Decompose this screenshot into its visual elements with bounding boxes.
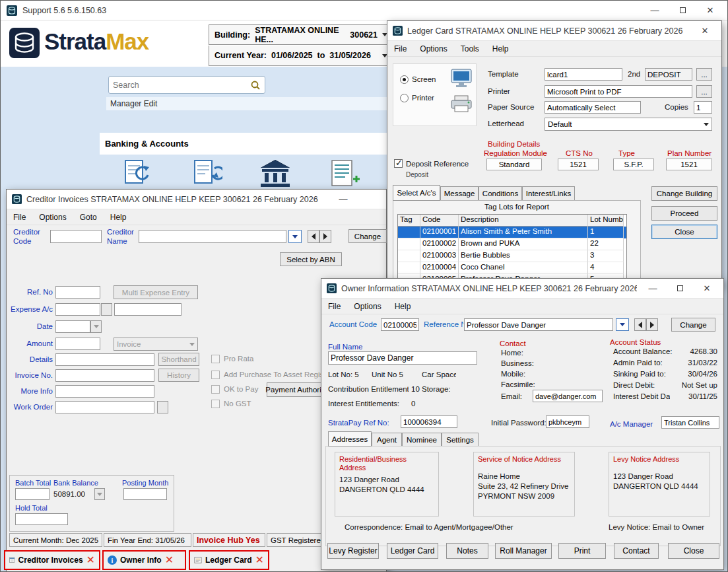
tab-message[interactable]: Message (440, 186, 479, 201)
email-input[interactable] (533, 390, 603, 402)
tab-agent[interactable]: Agent (372, 433, 402, 447)
menu-options[interactable]: Options (32, 213, 73, 222)
tab-addresses[interactable]: Addresses (328, 431, 372, 447)
date-dropdown-button[interactable] (90, 320, 102, 333)
prev-record-button[interactable] (634, 318, 646, 331)
ledger-list-icon[interactable] (329, 158, 361, 190)
search-icon[interactable] (250, 80, 261, 90)
ac-manager-input[interactable] (661, 416, 719, 429)
maximize-icon[interactable] (669, 281, 691, 297)
minimize-icon[interactable]: — (642, 281, 664, 297)
posting-month-input[interactable] (123, 488, 167, 500)
next-record-button[interactable] (319, 230, 331, 243)
template-browse-button[interactable]: ... (696, 68, 712, 81)
tab-interest-links[interactable]: Interest/Links (522, 186, 575, 201)
red-x-icon[interactable]: ✕ (165, 555, 174, 565)
creditor-dropdown-button[interactable] (288, 230, 302, 243)
roll-manager-button[interactable]: Roll Manager (495, 543, 552, 559)
batch-total-input[interactable] (15, 488, 50, 500)
tab-settings[interactable]: Settings (442, 433, 479, 447)
initial-password-input[interactable] (546, 415, 589, 428)
creditor-code-input[interactable] (50, 230, 102, 243)
creditor-name-input[interactable] (139, 230, 286, 243)
stratapay-ref-input[interactable] (401, 415, 457, 428)
work-order-lookup-button[interactable] (157, 401, 168, 413)
bank-balance-dropdown[interactable] (94, 488, 105, 500)
screen-radio[interactable] (400, 75, 409, 84)
levy-register-button[interactable]: Levy Register (327, 543, 379, 559)
letterhead-dropdown[interactable]: Default (545, 118, 712, 131)
payments-icon[interactable] (121, 158, 153, 190)
hold-total-input[interactable] (15, 513, 68, 525)
close-button[interactable]: Close (668, 543, 719, 559)
col-tag[interactable]: Tag (398, 215, 420, 227)
next-record-button[interactable] (646, 318, 658, 331)
close-icon[interactable]: ✕ (696, 281, 718, 297)
menu-options[interactable]: Options (413, 44, 453, 54)
search-input[interactable] (113, 81, 250, 90)
table-row[interactable]: 02100001 Alison Smith & Peter Smith 1 (398, 227, 626, 238)
expense-ac-input[interactable] (55, 303, 100, 316)
table-row[interactable]: 02100004 Coco Chanel 4 (398, 262, 626, 274)
printer-radio[interactable] (400, 94, 409, 102)
change-building-button[interactable]: Change Building (651, 186, 717, 201)
menu-goto[interactable]: Goto (73, 213, 104, 222)
expense-ac-lookup-button[interactable] (101, 303, 112, 316)
contact-button[interactable]: Contact (614, 543, 659, 559)
invoice-no-input[interactable] (55, 369, 154, 382)
account-code-input[interactable] (381, 318, 419, 331)
expense-ac-name-input[interactable] (114, 303, 182, 316)
close-icon[interactable]: ✕ (694, 23, 716, 39)
menu-file[interactable]: File (321, 302, 347, 311)
print-button[interactable]: Print (558, 543, 606, 559)
work-order-input[interactable] (55, 401, 154, 413)
col-code[interactable]: Code (420, 215, 459, 227)
copies-input[interactable] (694, 101, 712, 114)
tab-select-acs[interactable]: Select A/c's (393, 185, 440, 201)
paper-source-input[interactable] (545, 101, 641, 114)
more-info-input[interactable] (55, 385, 154, 398)
menu-file[interactable]: File (387, 44, 413, 54)
menu-tools[interactable]: Tools (454, 44, 486, 54)
menu-help[interactable]: Help (104, 213, 133, 222)
maximize-icon[interactable] (671, 3, 694, 18)
printer-input[interactable] (545, 85, 692, 98)
printer-browse-button[interactable]: ... (696, 85, 712, 98)
menu-file[interactable]: File (7, 213, 32, 222)
minimize-icon[interactable]: — (644, 3, 666, 18)
taskbar-owner-info[interactable]: i Owner Info ✕ (102, 550, 186, 570)
change-creditor-button[interactable]: Change (348, 229, 387, 243)
menu-options[interactable]: Options (347, 302, 387, 311)
amount-input[interactable] (55, 338, 100, 350)
full-name-input[interactable] (328, 351, 477, 365)
table-row[interactable]: 02100002 Brown and PUKA 22 (398, 238, 626, 250)
col-description[interactable]: Description (459, 215, 588, 227)
date-input[interactable] (55, 320, 90, 333)
close-icon[interactable]: ✕ (699, 3, 721, 18)
ref-no-input[interactable] (55, 286, 100, 299)
change-owner-button[interactable]: Change (671, 318, 715, 332)
building-selector[interactable]: Building: STRATAMAX ONLINE HE... 300621 (209, 24, 393, 45)
tab-nominee[interactable]: Nominee (402, 433, 442, 447)
menu-item-partial[interactable]: Manager Edit (106, 97, 387, 110)
second-template-input[interactable] (645, 68, 692, 81)
owner-dropdown-button[interactable] (616, 318, 629, 331)
table-row[interactable]: 02100003 Bertie Bubbles 3 (398, 250, 626, 262)
minimize-icon[interactable]: — (332, 192, 354, 207)
proceed-button[interactable]: Proceed (651, 206, 717, 221)
col-lot-number[interactable]: Lot Number (588, 215, 624, 227)
tag-lots-table[interactable]: Tag Code Description Lot Number 02100001… (397, 214, 627, 287)
taskbar-ledger-card[interactable]: Ledger Card ✕ (189, 550, 269, 570)
select-by-abn-button[interactable]: Select by ABN (280, 252, 342, 266)
notes-button[interactable]: Notes (446, 543, 488, 559)
taskbar-creditor-invoices[interactable]: Creditor Invoices ✕ (4, 550, 100, 570)
receipts-icon[interactable] (191, 158, 222, 190)
reference-name-input[interactable] (464, 318, 613, 331)
prev-record-button[interactable] (308, 230, 319, 243)
red-x-icon[interactable]: ✕ (86, 555, 95, 565)
menu-help[interactable]: Help (486, 44, 515, 54)
deposit-reference-checkbox[interactable] (394, 159, 403, 168)
bank-icon[interactable] (259, 159, 291, 190)
ledger-card-button[interactable]: Ledger Card (387, 543, 438, 559)
current-year-selector[interactable]: Current Year: 01/06/2025 to 31/05/2026 (209, 46, 393, 66)
